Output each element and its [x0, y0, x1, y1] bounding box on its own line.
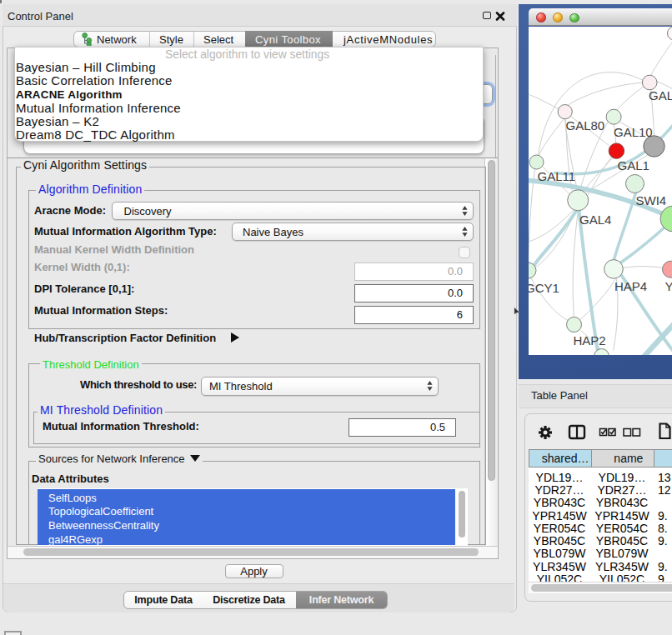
svg-text:GAL11: GAL11 [537, 168, 575, 182]
svg-text:SWI4: SWI4 [635, 192, 666, 207]
svg-text:GAL1: GAL1 [617, 158, 649, 172]
svg-text:GAL10: GAL10 [614, 124, 653, 138]
svg-text:GAL80: GAL80 [565, 118, 604, 132]
svg-text:HAP2: HAP2 [573, 332, 605, 347]
svg-text:GAL4: GAL4 [579, 212, 611, 227]
svg-text:GAL7: GAL7 [649, 88, 672, 102]
svg-text:GCY1: GCY1 [529, 281, 559, 295]
svg-text:YD: YD [664, 279, 672, 293]
svg-text:HAP4: HAP4 [614, 278, 647, 292]
